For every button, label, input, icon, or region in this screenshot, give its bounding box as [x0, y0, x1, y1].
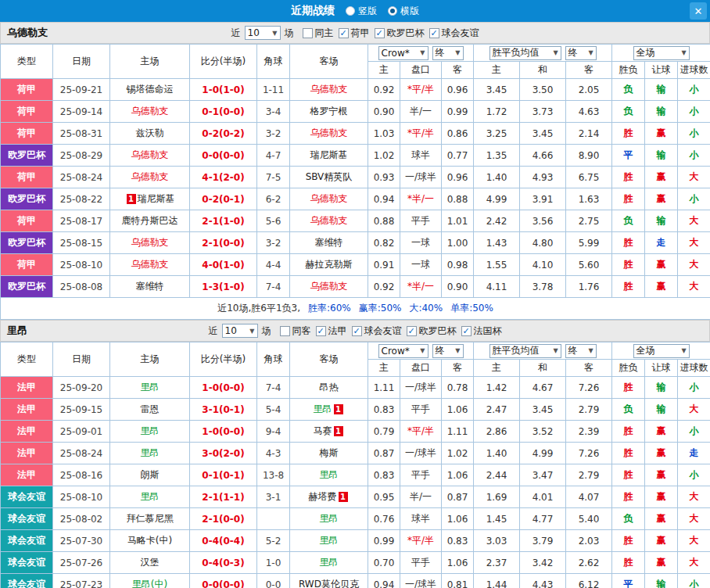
- checkbox-label: 球会友谊: [364, 324, 402, 338]
- filter-checkbox[interactable]: ✓法国杯: [461, 324, 502, 338]
- ah-away-odds: 1.06: [442, 508, 474, 530]
- result-cell: 负: [612, 79, 645, 101]
- home-team-cell: 乌德勒支: [110, 145, 190, 167]
- league-badge: 法甲: [1, 377, 53, 399]
- eu-away-odds: 4.63: [566, 101, 612, 123]
- ah-home-odds: 0.94: [368, 574, 400, 588]
- team-label: 乌德勒支: [310, 127, 348, 138]
- goals-result-cell: 小: [678, 123, 710, 145]
- close-icon[interactable]: ✕: [690, 2, 707, 20]
- odds-time-select[interactable]: 终 ▼: [432, 344, 464, 358]
- filter-checkbox[interactable]: ✓球会友谊: [429, 27, 479, 40]
- euro-time-select[interactable]: 终 ▼: [565, 344, 597, 358]
- filter-checkbox[interactable]: ✓球会友谊: [352, 324, 402, 338]
- match-count-select[interactable]: 10 ▼: [222, 324, 258, 338]
- radio-icon: [388, 6, 397, 16]
- chevron-down-icon: ▼: [455, 347, 460, 354]
- match-row: 球会友谊25-08-10里昂2-1(1-1)3-1赫塔费10.95半/一0.87…: [1, 486, 710, 508]
- ah-home-odds: 0.79: [368, 421, 400, 443]
- eu-away-odds: 7.26: [566, 443, 612, 464]
- odds-time-select[interactable]: 终 ▼: [432, 46, 464, 60]
- handicap-cell: 球半: [400, 145, 442, 167]
- scope-select[interactable]: 全场 ▼: [633, 344, 690, 358]
- league-badge: 荷甲: [1, 79, 53, 101]
- col-ah-away: 客: [442, 62, 474, 79]
- goals-result-cell: 大: [678, 276, 710, 298]
- ah-away-odds: 1.00: [442, 232, 474, 254]
- corner-cell: [257, 508, 290, 530]
- eu-home-odds: 1.72: [474, 101, 520, 123]
- scope-select[interactable]: 全场 ▼: [633, 46, 690, 60]
- checkbox-label: 同客: [292, 324, 311, 338]
- chevron-down-icon: ▼: [588, 49, 593, 56]
- eu-home-odds: 3.03: [474, 530, 520, 552]
- eu-home-odds: 2.86: [474, 421, 520, 443]
- corner-cell: 3-1: [257, 486, 290, 508]
- match-count-select[interactable]: 10 ▼: [245, 26, 281, 40]
- team-label: 雷恩: [141, 403, 160, 414]
- avg-odds-select[interactable]: 胜平负均值 ▼: [489, 344, 561, 358]
- avg-odds-value: 胜平负均值: [493, 344, 540, 357]
- ah-home-odds: 0.95: [368, 486, 400, 508]
- team-label: 兹沃勒: [136, 127, 164, 138]
- team-label: 马略卡(中): [127, 535, 172, 546]
- handicap-result-cell: 输: [645, 101, 678, 123]
- checkbox-label: 欧罗巴杯: [419, 324, 457, 338]
- goals-result-cell: 大: [678, 508, 710, 530]
- bookmaker-select[interactable]: Crow* ▼: [378, 46, 429, 60]
- col-corner: 角球: [257, 342, 290, 377]
- team-label: 塞维特: [315, 237, 343, 248]
- team-label: 里昂: [141, 491, 160, 502]
- eu-home-odds: 2.37: [474, 552, 520, 574]
- result-cell: 胜: [612, 377, 645, 399]
- filter-checkbox[interactable]: 同主: [303, 27, 334, 40]
- filter-checkbox[interactable]: ✓欧罗巴杯: [407, 324, 457, 338]
- radio-label: 横版: [400, 5, 419, 18]
- result-cell: 胜: [612, 254, 645, 276]
- team-label: 乌德勒支: [310, 84, 348, 95]
- team-name: 里昂: [7, 324, 27, 338]
- handicap-cell: 平手: [400, 399, 442, 421]
- league-badge: 荷甲: [1, 101, 53, 123]
- league-badge: 法甲: [1, 443, 53, 464]
- layout-radio-vertical[interactable]: 竖版: [346, 5, 377, 18]
- home-team-cell: 拜仁慕尼黑: [110, 508, 190, 530]
- result-cell: 胜: [612, 552, 645, 574]
- result-cell: 胜: [612, 188, 645, 210]
- filter-checkbox[interactable]: ✓欧罗巴杯: [375, 27, 425, 40]
- team-label: 里昂(中): [132, 579, 167, 588]
- filter-checkbox[interactable]: 同客: [280, 324, 311, 338]
- scope-value: 全场: [636, 344, 655, 357]
- home-team-cell: 锡塔德命运: [110, 79, 190, 101]
- checkbox-label: 欧罗巴杯: [387, 27, 425, 40]
- handicap-result-cell: 赢: [645, 552, 678, 574]
- home-team-cell: 里昂: [110, 486, 190, 508]
- date-cell: 25-08-10: [53, 254, 110, 276]
- eu-away-odds: 5.60: [566, 254, 612, 276]
- eu-home-odds: 3.45: [474, 79, 520, 101]
- col-away: 客场: [290, 45, 368, 79]
- date-cell: 25-09-14: [53, 101, 110, 123]
- away-team-cell: 里昂: [290, 508, 368, 530]
- league-badge: 球会友谊: [1, 574, 53, 588]
- filter-checkbox[interactable]: ✓荷甲: [339, 27, 370, 40]
- eu-draw-odds: 4.99: [520, 443, 566, 464]
- bookmaker-select[interactable]: Crow* ▼: [378, 344, 429, 358]
- ah-away-odds: 0.81: [442, 574, 474, 588]
- col-spread: 让球: [645, 62, 678, 79]
- layout-radio-horizontal[interactable]: 横版: [388, 5, 419, 18]
- team-label: 里昂: [320, 513, 339, 524]
- handicap-cell: *平/半: [400, 530, 442, 552]
- league-filter-group: 同客✓法甲✓球会友谊✓欧罗巴杯✓法国杯: [280, 324, 502, 338]
- eu-away-odds: 5.40: [566, 508, 612, 530]
- filter-checkbox[interactable]: ✓法甲: [316, 324, 347, 338]
- ah-away-odds: 0.88: [442, 188, 474, 210]
- ah-home-odds: 1.02: [368, 145, 400, 167]
- euro-time-select[interactable]: 终 ▼: [565, 46, 597, 60]
- eu-away-odds: 4.07: [566, 486, 612, 508]
- col-type: 类型: [1, 342, 53, 377]
- near-label: 近: [209, 324, 218, 338]
- col-eu-home: 主: [474, 62, 520, 79]
- odds-time-value: 终: [436, 344, 445, 357]
- avg-odds-select[interactable]: 胜平负均值 ▼: [489, 46, 561, 60]
